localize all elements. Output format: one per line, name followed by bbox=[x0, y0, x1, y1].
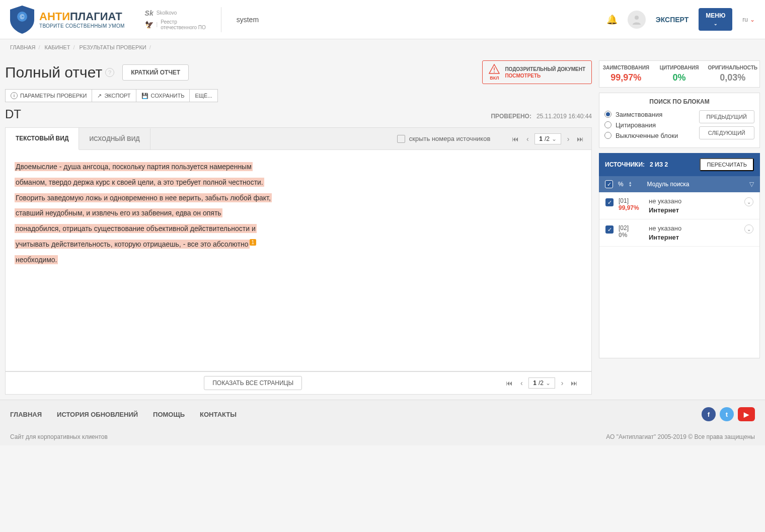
suspicious-doc-box[interactable]: ВКЛ ПОДОЗРИТЕЛЬНЫЙ ДОКУМЕНТ ПОСМОТРЕТЬ bbox=[482, 60, 592, 84]
svg-point-4 bbox=[494, 71, 495, 72]
checked-label: ПРОВЕРЕНО: bbox=[491, 113, 531, 120]
pager-top: ⏮ ‹ 1/2 ⌄ › ⏭ bbox=[510, 133, 591, 145]
logo[interactable]: © АНТИПЛАГИАТ ТВОРИТЕ СОБСТВЕННЫМ УМОМ bbox=[10, 6, 125, 34]
text-content: Двоемыслие - душа ангсоца, поскольку пар… bbox=[5, 150, 592, 371]
pager-next[interactable]: › bbox=[563, 133, 573, 145]
facebook-icon[interactable]: f bbox=[702, 407, 716, 421]
col-percent[interactable]: % bbox=[618, 181, 624, 188]
checkbox-icon bbox=[397, 135, 405, 143]
source-name: не указано bbox=[649, 224, 739, 232]
filter-icon[interactable]: ▽ bbox=[749, 181, 754, 188]
short-report-button[interactable]: КРАТКИЙ ОТЧЕТ bbox=[122, 64, 189, 81]
source-badge[interactable]: 1 bbox=[250, 239, 257, 246]
sources-list: ✓ [01]99,97% не указаноИнтернет ⌄ ✓ [02]… bbox=[599, 192, 760, 358]
pager-next-bottom[interactable]: › bbox=[557, 377, 567, 389]
pager-prev-bottom[interactable]: ‹ bbox=[516, 377, 526, 389]
stat-orig-label: ОРИГИНАЛЬНОСТЬ bbox=[708, 65, 757, 70]
radio-borrowing[interactable]: Заимствования bbox=[604, 111, 678, 118]
export-icon: ↗ bbox=[97, 93, 102, 99]
checked-date: 25.11.2019 16:40:44 bbox=[537, 113, 592, 120]
pager-last-bottom[interactable]: ⏭ bbox=[569, 377, 579, 389]
sort-icon[interactable]: ▲▼ bbox=[629, 181, 632, 187]
source-item[interactable]: ✓ [02]0% не указаноИнтернет ⌄ bbox=[599, 219, 759, 247]
youtube-icon[interactable]: ▶ bbox=[738, 407, 755, 421]
breadcrumb-cabinet[interactable]: КАБИНЕТ bbox=[45, 44, 70, 50]
stats-box: ЗАИМСТВОВАНИЯ99,97% ЦИТИРОВАНИЯ0% ОРИГИН… bbox=[599, 60, 760, 88]
stat-orig-value: 0,03% bbox=[708, 72, 757, 83]
avatar[interactable] bbox=[628, 11, 646, 29]
source-item[interactable]: ✓ [01]99,97% не указаноИнтернет ⌄ bbox=[599, 192, 759, 219]
expand-icon[interactable]: ⌄ bbox=[744, 197, 753, 206]
more-button[interactable]: ЕЩЁ... bbox=[190, 89, 217, 102]
export-button[interactable]: ↗ЭКСПОРТ bbox=[92, 89, 136, 102]
pager-first-bottom[interactable]: ⏮ bbox=[504, 377, 514, 389]
radio-icon bbox=[604, 132, 611, 139]
suspicious-view-link[interactable]: ПОСМОТРЕТЬ bbox=[505, 72, 585, 79]
user-role[interactable]: ЭКСПЕРТ bbox=[656, 16, 689, 24]
radio-disabled[interactable]: Выключенные блоки bbox=[604, 132, 678, 139]
sources-columns: ✓ % ▲▼ Модуль поиска ▽ bbox=[599, 176, 760, 192]
corp-site-link[interactable]: Сайт для корпоративных клиентов bbox=[10, 433, 108, 440]
footer-home[interactable]: ГЛАВНАЯ bbox=[10, 411, 42, 418]
copyright: АО "Антиплагиат" 2005-2019 © Все права з… bbox=[606, 433, 755, 440]
stat-cite-label: ЦИТИРОВАНИЯ bbox=[655, 65, 704, 70]
radio-icon bbox=[604, 111, 611, 118]
pager-prev[interactable]: ‹ bbox=[522, 133, 532, 145]
pager-last[interactable]: ⏭ bbox=[575, 133, 585, 145]
prev-block-button[interactable]: ПРЕДЫДУЩИЙ bbox=[699, 110, 754, 123]
menu-button[interactable]: МЕНЮ⌄ bbox=[699, 8, 732, 31]
info-icon: i bbox=[11, 92, 18, 99]
logo-text-plag: ПЛАГИАТ bbox=[70, 10, 122, 23]
recalculate-button[interactable]: ПЕРЕСЧИТАТЬ bbox=[700, 158, 754, 171]
footer-history[interactable]: ИСТОРИЯ ОБНОВЛЕНИЙ bbox=[57, 411, 138, 418]
shield-icon: © bbox=[10, 6, 34, 34]
breadcrumb-results[interactable]: РЕЗУЛЬТАТЫ ПРОВЕРКИ bbox=[80, 44, 146, 50]
source-checkbox[interactable]: ✓ bbox=[605, 198, 614, 206]
twitter-icon[interactable]: t bbox=[720, 407, 734, 421]
svg-point-2 bbox=[635, 16, 639, 20]
stat-cite-value: 0% bbox=[655, 72, 704, 83]
source-checkbox[interactable]: ✓ bbox=[605, 225, 614, 234]
pager-bottom: ⏮ ‹ 1/2 ⌄ › ⏭ bbox=[504, 377, 585, 389]
tab-source-view[interactable]: ИСХОДНЫЙ ВИД bbox=[79, 128, 150, 149]
bell-icon[interactable]: 🔔 bbox=[606, 14, 618, 25]
warning-icon bbox=[489, 64, 500, 74]
footer-bottom: Сайт для корпоративных клиентов АО "Анти… bbox=[0, 428, 765, 445]
save-icon: 💾 bbox=[141, 93, 148, 99]
source-percent: 0% bbox=[619, 232, 644, 239]
expand-icon[interactable]: ⌄ bbox=[744, 224, 753, 234]
breadcrumb-home[interactable]: ГЛАВНАЯ bbox=[10, 44, 35, 50]
source-module: Интернет bbox=[649, 206, 739, 214]
show-all-pages-button[interactable]: ПОКАЗАТЬ ВСЕ СТРАНИЦЫ bbox=[204, 376, 302, 390]
page-title: Полный отчет? bbox=[5, 64, 114, 81]
partner-logos: SkSkolkovo 🦅|Реестротечественного ПО bbox=[145, 9, 206, 30]
svg-text:©: © bbox=[20, 14, 25, 21]
col-module: Модуль поиска bbox=[647, 181, 690, 188]
footer-nav: ГЛАВНАЯ ИСТОРИЯ ОБНОВЛЕНИЙ ПОМОЩЬ КОНТАК… bbox=[0, 400, 765, 428]
lang-selector[interactable]: ru⌄ bbox=[742, 16, 755, 23]
source-module: Интернет bbox=[649, 234, 739, 241]
breadcrumb: ГЛАВНАЯ/ КАБИНЕТ/ РЕЗУЛЬТАТЫ ПРОВЕРКИ/ bbox=[0, 39, 765, 55]
pager-page[interactable]: 1/2 ⌄ bbox=[534, 133, 561, 144]
bottom-bar: ПОКАЗАТЬ ВСЕ СТРАНИЦЫ ⏮ ‹ 1/2 ⌄ › ⏭ bbox=[5, 371, 592, 395]
footer-contacts[interactable]: КОНТАКТЫ bbox=[200, 411, 237, 418]
next-block-button[interactable]: СЛЕДУЮЩИЙ bbox=[699, 126, 754, 139]
pager-first[interactable]: ⏮ bbox=[510, 133, 520, 145]
help-icon[interactable]: ? bbox=[105, 68, 114, 77]
logo-text-anti: АНТИ bbox=[39, 10, 70, 23]
search-blocks-panel: ПОИСК ПО БЛОКАМ Заимствования Цитировани… bbox=[599, 93, 760, 148]
tab-text-view[interactable]: ТЕКСТОВЫЙ ВИД bbox=[6, 128, 79, 150]
footer-help[interactable]: ПОМОЩЬ bbox=[153, 411, 185, 418]
highlighted-text[interactable]: Двоемыслие - душа ангсоца, поскольку пар… bbox=[15, 162, 253, 171]
save-button[interactable]: 💾СОХРАНИТЬ bbox=[136, 89, 190, 102]
source-percent: 99,97% bbox=[619, 204, 644, 211]
document-name: DT bbox=[5, 107, 21, 121]
search-blocks-title: ПОИСК ПО БЛОКАМ bbox=[604, 98, 754, 105]
toolbar: iПАРАМЕТРЫ ПРОВЕРКИ ↗ЭКСПОРТ 💾СОХРАНИТЬ … bbox=[5, 89, 592, 102]
hide-sources-checkbox[interactable]: скрыть номера источников bbox=[397, 135, 490, 143]
params-button[interactable]: iПАРАМЕТРЫ ПРОВЕРКИ bbox=[5, 89, 92, 102]
select-all-checkbox[interactable]: ✓ bbox=[605, 180, 613, 188]
radio-citation[interactable]: Цитирования bbox=[604, 121, 678, 129]
pager-page-bottom[interactable]: 1/2 ⌄ bbox=[528, 377, 555, 389]
source-name: не указано bbox=[649, 197, 739, 205]
